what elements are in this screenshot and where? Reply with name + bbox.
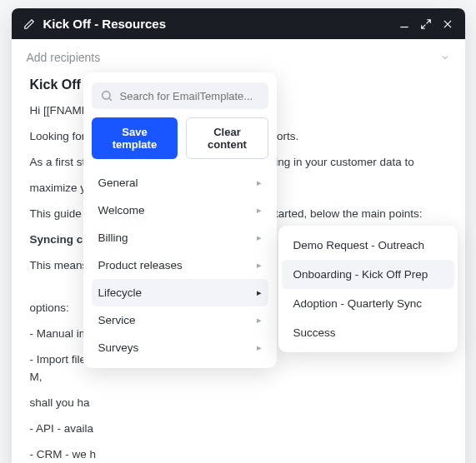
chevron-right-icon: ▸: [257, 177, 262, 188]
panel-buttons: Save template Clear content: [92, 117, 268, 159]
template-category-list: General▸ Welcome▸ Billing▸ Product relea…: [92, 169, 268, 361]
save-template-button[interactable]: Save template: [92, 117, 178, 159]
chevron-down-icon[interactable]: [440, 52, 450, 62]
template-submenu: Demo Request - Outreach Onboarding - Kic…: [278, 226, 458, 352]
chevron-right-icon: ▸: [257, 205, 262, 216]
recipients-field[interactable]: Add recipients: [12, 39, 465, 72]
category-billing[interactable]: Billing▸: [92, 224, 268, 251]
submenu-adoption[interactable]: Adoption - Quarterly Sync: [282, 289, 454, 318]
compose-window: Kick Off - Resources Add recipients Kick…: [12, 8, 465, 463]
window-title: Kick Off - Resources: [43, 17, 388, 31]
category-product-releases[interactable]: Product releases▸: [92, 251, 268, 279]
submenu-onboarding[interactable]: Onboarding - Kick Off Prep: [282, 260, 454, 289]
chevron-right-icon: ▸: [257, 342, 262, 353]
clear-content-button[interactable]: Clear content: [186, 117, 268, 159]
close-icon[interactable]: [442, 18, 453, 30]
category-general[interactable]: General▸: [92, 169, 268, 197]
body-line: shall you ha: [30, 395, 447, 412]
minimize-icon[interactable]: [398, 18, 410, 30]
edit-icon[interactable]: [23, 18, 35, 30]
template-search[interactable]: [92, 82, 268, 109]
category-welcome[interactable]: Welcome▸: [92, 197, 268, 224]
titlebar: Kick Off - Resources: [12, 8, 465, 39]
svg-point-3: [102, 92, 109, 99]
submenu-demo-request[interactable]: Demo Request - Outreach: [282, 231, 454, 260]
recipients-placeholder: Add recipients: [27, 51, 440, 64]
chevron-right-icon: ▸: [257, 287, 262, 298]
email-body[interactable]: Kick Off - Resources Hi [[FNAME]] Lookin…: [12, 72, 465, 463]
search-icon: [100, 89, 113, 102]
expand-icon[interactable]: [420, 18, 432, 30]
template-search-input[interactable]: [120, 90, 260, 102]
body-line: - API - availa: [30, 421, 447, 438]
svg-line-4: [109, 98, 112, 101]
chevron-right-icon: ▸: [257, 315, 262, 326]
submenu-success[interactable]: Success: [282, 318, 454, 347]
chevron-right-icon: ▸: [257, 232, 262, 243]
body-line: - CRM - we h: [30, 446, 447, 463]
category-lifecycle[interactable]: Lifecycle▸: [92, 279, 268, 306]
category-surveys[interactable]: Surveys▸: [92, 334, 268, 361]
category-service[interactable]: Service▸: [92, 306, 268, 334]
chevron-right-icon: ▸: [257, 260, 262, 271]
template-panel: Save template Clear content General▸ Wel…: [83, 72, 277, 368]
